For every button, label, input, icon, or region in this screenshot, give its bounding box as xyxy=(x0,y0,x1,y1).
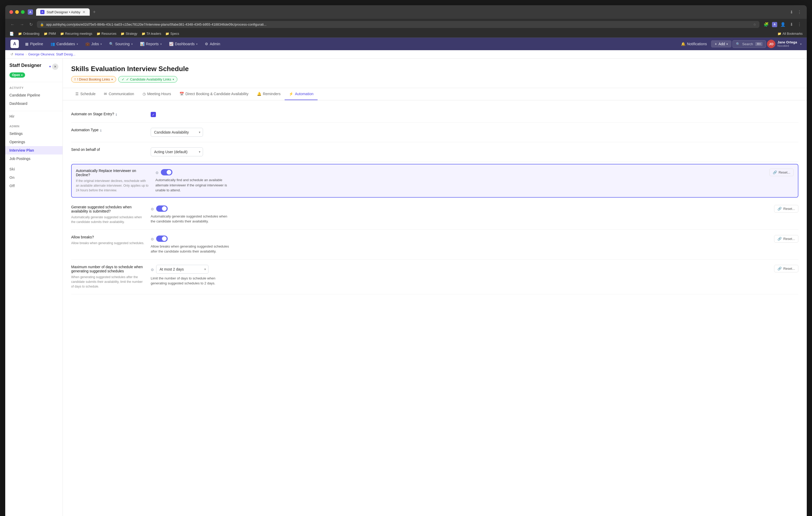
maximize-window-btn[interactable] xyxy=(21,10,25,14)
partial-off: Off xyxy=(5,182,62,190)
nav-dashboards[interactable]: 📈 Dashboards ▾ xyxy=(166,40,201,48)
download-icon[interactable]: ⬇ xyxy=(789,21,794,28)
nav-pipeline[interactable]: ▦ Pipeline xyxy=(22,40,46,48)
automate-stage-checkbox[interactable]: ✓ xyxy=(151,112,156,117)
history-icon: ↺ xyxy=(10,52,13,56)
setting-row-automate-stage: Automate on Stage Entry? ℹ ✓ xyxy=(71,107,799,123)
reset-generate-btn[interactable]: 🔗 Reset... xyxy=(774,205,799,213)
bookmark-pmm[interactable]: 📁 PMM xyxy=(44,32,56,35)
link-icon3: 🔗 xyxy=(778,237,782,241)
check-icon: ✓ xyxy=(122,78,124,81)
all-bookmarks[interactable]: 📁 All Bookmarks xyxy=(778,32,803,35)
add-btn[interactable]: + Add ▾ xyxy=(711,40,731,48)
nav-candidates[interactable]: 👥 Candidates ▾ xyxy=(47,40,81,48)
gear-icon4: ⚙ xyxy=(151,268,154,272)
search-shortcut: ⌘K xyxy=(755,42,762,46)
replace-interviewer-toggle[interactable] xyxy=(161,169,172,175)
dashboards-icon: 📈 xyxy=(169,42,173,46)
toggle-wrap-generate: ⚙ xyxy=(151,206,768,212)
reset-replace-btn[interactable]: 🔗 Reset... xyxy=(770,169,794,176)
breadcrumb-home[interactable]: Home xyxy=(15,52,24,56)
max-days-label-col: Maximum number of days to schedule when … xyxy=(71,265,144,289)
sidebar-item-interview-plan[interactable]: Interview Plan xyxy=(5,146,62,154)
automation-type-select[interactable]: Candidate Availability Direct Booking xyxy=(151,128,203,137)
sidebar-close-btn[interactable]: ✕ xyxy=(52,63,58,70)
candidate-availability-badge[interactable]: ✓ ✓ Candidate Availability Links ▾ xyxy=(118,76,177,83)
max-days-select-row: ⚙ At most 1 day At most 2 days At most 3… xyxy=(151,265,768,274)
bookmark-resources[interactable]: 📁 Resources xyxy=(96,32,116,35)
sidebar-item-dashboard[interactable]: Dashboard xyxy=(5,99,62,108)
sidebar-item-candidate-pipeline[interactable]: Candidate Pipeline xyxy=(5,91,62,99)
bookmark-recurring[interactable]: 📁 Recurring meetings xyxy=(60,32,92,35)
admin-icon: ⚙ xyxy=(205,42,208,46)
nav-sourcing[interactable]: 🔍 Sourcing ▾ xyxy=(106,40,136,48)
page-title: Skills Evaluation Interview Schedule xyxy=(71,65,799,73)
warning-icon: ! xyxy=(75,78,76,81)
app-logo: A xyxy=(10,40,19,48)
tab-close-btn[interactable]: ✕ xyxy=(82,10,86,14)
address-bar[interactable]: 🔒 app.ashbyhq.com/jobs/e02d75e5-884b-43c… xyxy=(37,21,759,28)
send-behalf-select[interactable]: Acting User (default) Job Owner Custom xyxy=(151,147,203,156)
tab-schedule[interactable]: ☰ Schedule xyxy=(71,88,100,100)
bookmark-star-icon[interactable]: ☆ xyxy=(753,23,756,26)
nav-jobs[interactable]: 💼 Jobs ▾ xyxy=(82,40,105,48)
candidates-icon: 👥 xyxy=(51,42,55,46)
refresh-btn[interactable]: ↻ xyxy=(28,21,34,28)
info-icon-1[interactable]: ℹ xyxy=(100,129,102,132)
sourcing-chevron: ▾ xyxy=(131,42,133,45)
bookmark-specs[interactable]: 📁 Specs xyxy=(165,32,179,35)
tab-communication[interactable]: ✉ Communication xyxy=(100,88,138,100)
lock-icon: 🔒 xyxy=(40,23,44,26)
profile-icon[interactable]: 👤 xyxy=(779,21,787,28)
partial-hir: Hir xyxy=(5,112,62,121)
sidebar-item-openings[interactable]: Openings xyxy=(5,138,62,146)
menu-btn[interactable]: ⋮ xyxy=(796,9,803,16)
tab-reminders[interactable]: 🔔 Reminders xyxy=(253,88,285,100)
new-tab-btn[interactable]: + xyxy=(91,9,98,15)
active-tab[interactable]: A Staff Designer • Ashby ✕ xyxy=(36,8,90,16)
tab-automation[interactable]: ⚡ Automation xyxy=(285,88,318,100)
pipeline-icon: ▦ xyxy=(25,42,29,46)
setting-label-send-behalf: Send on behalf of xyxy=(71,147,144,152)
reset-breaks-btn[interactable]: 🔗 Reset... xyxy=(774,235,799,243)
max-days-select-wrap: At most 1 day At most 2 days At most 3 d… xyxy=(156,265,208,274)
link-icon2: 🔗 xyxy=(778,207,782,211)
max-days-select[interactable]: At most 1 day At most 2 days At most 3 d… xyxy=(156,265,208,274)
dashboards-chevron: ▾ xyxy=(196,42,198,45)
breadcrumb-job[interactable]: George Okuneva: Staff Desig... xyxy=(28,52,75,56)
bookmark-onboarding[interactable]: 📁 Onboarding xyxy=(18,32,39,35)
nav-admin[interactable]: ⚙ Admin xyxy=(202,40,224,48)
generate-suggested-toggle[interactable] xyxy=(156,206,168,212)
download-btn[interactable]: ⬇ xyxy=(789,9,794,16)
status-badge[interactable]: Open ▾ xyxy=(9,72,25,78)
tab-direct-booking[interactable]: 📅 Direct Booking & Candidate Availabilit… xyxy=(175,88,253,100)
sidebar-item-settings[interactable]: Settings xyxy=(5,129,62,138)
sidebar-item-job-postings[interactable]: Job Postings xyxy=(5,154,62,163)
bookmark-strategy[interactable]: 📁 Strategy xyxy=(121,32,137,35)
minimize-window-btn[interactable] xyxy=(15,10,19,14)
allow-breaks-toggle[interactable] xyxy=(156,236,168,242)
notifications-btn[interactable]: 🔔 Notifications xyxy=(678,40,710,48)
partial-ski: Ski xyxy=(5,165,62,173)
ashby-ext-icon[interactable]: A xyxy=(772,22,777,27)
info-icon-0[interactable]: ℹ xyxy=(116,113,117,117)
nav-reports[interactable]: 📊 Reports ▾ xyxy=(137,40,165,48)
extensions-icon[interactable]: 🧩 xyxy=(762,21,770,28)
link-icon4: 🔗 xyxy=(778,267,782,271)
close-window-btn[interactable] xyxy=(9,10,13,14)
add-chevron: ▾ xyxy=(726,42,728,45)
more-icon[interactable]: ⋮ xyxy=(796,21,803,28)
bookmark-ta-leaders[interactable]: 📁 TA leaders xyxy=(142,32,161,35)
bookmark-folder-icon: 📁 xyxy=(60,32,64,35)
sidebar-header: Staff Designer ▾ ✕ Open ▾ xyxy=(5,63,62,82)
direct-booking-badge[interactable]: ! ! Direct Booking Links ▾ xyxy=(71,76,116,83)
setting-label-automation-type: Automation Type ℹ xyxy=(71,128,144,133)
user-menu[interactable]: JO Jane Ortega Nocobird ▾ xyxy=(767,40,802,48)
tab-meeting-hours[interactable]: ◷ Meeting Hours xyxy=(138,88,175,100)
reset-max-days-btn[interactable]: 🔗 Reset... xyxy=(774,265,799,272)
sidebar-expand-icon[interactable]: ▾ xyxy=(49,65,51,68)
back-btn[interactable]: ← xyxy=(9,21,16,28)
search-btn[interactable]: 🔍 Search ⌘K xyxy=(732,40,766,48)
browser-actions: 🧩 A 👤 ⬇ ⋮ xyxy=(762,21,803,28)
forward-btn[interactable]: → xyxy=(19,21,25,28)
